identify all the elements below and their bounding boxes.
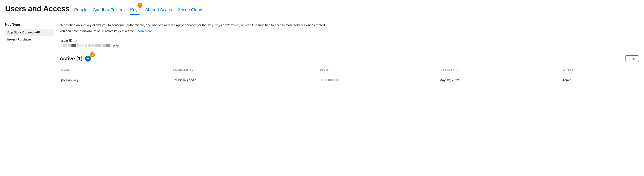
tab-shared-secret[interactable]: Shared Secret	[145, 8, 172, 15]
page-title: Users and Access	[5, 4, 70, 13]
issuer-id-value-redacted	[60, 44, 110, 47]
header-tabs: People Sandbox Testers Keys 1 Shared Sec…	[74, 8, 202, 15]
cell-generated-by: Pol Piella Abadia	[171, 74, 318, 86]
cell-last-used: May 13, 2022	[438, 74, 561, 86]
issuer-id-label-text: Issuer ID	[60, 39, 72, 42]
sidebar: Key Type App Store Connect API In-App Pu…	[5, 23, 54, 86]
copy-issuer-id-link[interactable]: Copy	[112, 44, 119, 48]
sort-asc-icon: ▲	[456, 69, 458, 72]
table-row[interactable]: pols-api-key Pol Piella Abadia May 13, 2…	[60, 74, 639, 86]
column-header-access[interactable]: ACCESS	[561, 67, 639, 74]
cell-name: pols-api-key	[60, 74, 171, 86]
add-key-button[interactable]: 2	[85, 56, 91, 62]
column-header-name[interactable]: NAME	[60, 67, 171, 74]
column-header-last-used-label: LAST USED	[440, 69, 455, 72]
tab-xcode-cloud[interactable]: Xcode Cloud	[178, 8, 202, 15]
description-line-2-text: You can have a maximum of 50 active keys…	[60, 29, 136, 33]
tab-sandbox-testers[interactable]: Sandbox Testers	[93, 8, 125, 15]
cell-key-id	[318, 74, 438, 86]
plus-icon	[86, 57, 90, 60]
step-badge-2: 2	[90, 52, 95, 57]
active-section-title: Active (1)	[60, 56, 82, 62]
tab-keys[interactable]: Keys 1	[130, 8, 140, 15]
description-line-2: You can have a maximum of 50 active keys…	[60, 29, 639, 34]
main-content: Generating an API key allows you to conf…	[60, 23, 639, 86]
cell-access: Admin	[561, 74, 639, 86]
key-id-redacted	[320, 79, 339, 81]
sidebar-item-in-app-purchase[interactable]: In-App Purchase	[5, 36, 54, 43]
issuer-id-label: Issuer ID ?	[60, 39, 76, 42]
sidebar-item-app-store-connect-api[interactable]: App Store Connect API	[5, 29, 54, 36]
keys-table: NAME GENERATED BY KEY ID LAST USED ▲ ACC…	[60, 67, 639, 86]
column-header-generated-by[interactable]: GENERATED BY	[171, 67, 318, 74]
description-line-1: Generating an API key allows you to conf…	[60, 23, 639, 28]
help-icon[interactable]: ?	[74, 39, 76, 42]
step-badge-1: 1	[138, 3, 142, 8]
tab-people[interactable]: People	[74, 8, 88, 15]
column-header-key-id[interactable]: KEY ID	[318, 67, 438, 74]
sidebar-title: Key Type	[5, 23, 54, 27]
edit-button[interactable]: Edit	[625, 55, 639, 62]
tab-keys-label: Keys	[130, 8, 140, 12]
column-header-last-used[interactable]: LAST USED ▲	[438, 67, 561, 74]
learn-more-link[interactable]: Learn More	[136, 29, 152, 33]
